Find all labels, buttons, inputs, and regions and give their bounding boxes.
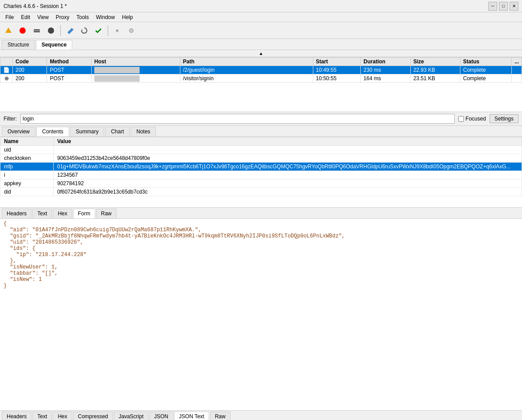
compose-button[interactable] <box>63 24 77 37</box>
menu-window[interactable]: Window <box>93 13 119 21</box>
menu-tools[interactable]: Tools <box>73 13 93 21</box>
row-path: /2/guest/login <box>180 66 313 74</box>
row-method: POST <box>47 74 91 83</box>
focused-checkbox[interactable] <box>458 116 464 122</box>
svg-marker-0 <box>5 27 12 33</box>
response-tab-hex[interactable]: Hex <box>53 209 72 218</box>
col-host[interactable]: Host <box>91 58 180 66</box>
clear-button[interactable] <box>44 24 58 37</box>
content-value: 0f607264fc6318a92b9e13c65db7cd3c <box>54 188 522 196</box>
col-more: ... <box>511 58 522 66</box>
record-button[interactable] <box>16 24 29 37</box>
col-status[interactable]: Status <box>460 58 512 66</box>
col-path[interactable]: Path <box>180 58 313 66</box>
response-tab-form[interactable]: Form <box>73 209 95 218</box>
response-tab-text[interactable]: Text <box>32 209 52 218</box>
footer-tab-javascript[interactable]: JavaScript <box>114 412 148 420</box>
col-value-header: Value <box>54 137 522 146</box>
focused-label[interactable]: Focused <box>458 116 486 122</box>
request-table: Code Method Host Path Start Duration Siz… <box>0 57 522 83</box>
settings-button[interactable]: Settings <box>490 114 518 123</box>
list-item[interactable]: checktoken 9063459ed31253b42ce5648d47809… <box>0 154 522 163</box>
row-more <box>511 66 522 74</box>
list-item[interactable]: uid <box>0 146 522 154</box>
app-title: Charles 4.6.6 - Session 1 * <box>4 3 67 9</box>
content-value: 1234567 <box>54 171 522 179</box>
footer-tab-json[interactable]: JSON <box>149 412 173 420</box>
tab-summary[interactable]: Summary <box>70 127 104 136</box>
row-code: 200 <box>13 66 47 74</box>
window-controls: ─ □ ✕ <box>488 2 518 11</box>
footer-tab-text[interactable]: Text <box>32 412 52 420</box>
response-tabs: Headers Text Hex Form Raw <box>0 208 522 219</box>
separator-1 <box>60 25 61 36</box>
tab-contents[interactable]: Contents <box>36 127 69 136</box>
col-duration[interactable]: Duration <box>361 58 410 66</box>
list-item[interactable]: i 1234567 <box>0 171 522 179</box>
tab-chart[interactable]: Chart <box>105 127 129 136</box>
tab-sequence[interactable]: Sequence <box>36 40 73 50</box>
refresh-button[interactable] <box>78 24 91 37</box>
content-value <box>54 146 522 154</box>
settings-star-button[interactable]: ✶ <box>111 24 124 37</box>
table-row[interactable]: ⊕200POST████████████/visitor/signin10:50… <box>0 74 522 83</box>
content-name: did <box>0 188 54 196</box>
content-name: checktoken <box>0 154 54 163</box>
list-item[interactable]: appkey 902784192 <box>0 179 522 188</box>
row-host: ████████████ <box>91 74 180 83</box>
list-item[interactable]: did 0f607264fc6318a92b9e13c65db7cd3c <box>0 188 522 196</box>
svg-marker-5 <box>82 29 83 31</box>
row-icon: 📄 <box>0 66 13 74</box>
row-status: Complete <box>460 66 512 74</box>
row-icon: ⊕ <box>0 74 13 83</box>
menu-view[interactable]: View <box>34 13 52 21</box>
row-more <box>511 74 522 83</box>
minimize-button[interactable]: ─ <box>488 2 497 11</box>
content-tabs: Overview Contents Summary Chart Notes <box>0 126 522 137</box>
close-button[interactable]: ✕ <box>510 2 518 11</box>
tab-notes[interactable]: Notes <box>131 127 156 136</box>
col-method[interactable]: Method <box>47 58 91 66</box>
menu-edit[interactable]: Edit <box>17 13 34 21</box>
maximize-button[interactable]: □ <box>499 2 508 11</box>
footer-tab-hex[interactable]: Hex <box>53 412 72 420</box>
tab-overview[interactable]: Overview <box>2 127 35 136</box>
tab-structure[interactable]: Structure <box>2 40 35 50</box>
menu-file[interactable]: File <box>2 13 17 21</box>
enable-button[interactable] <box>92 24 105 37</box>
footer-tab-headers[interactable]: Headers <box>2 412 31 420</box>
content-name: i <box>0 171 54 179</box>
col-start[interactable]: Start <box>313 58 361 66</box>
menu-help[interactable]: Help <box>118 13 136 21</box>
svg-point-1 <box>19 27 26 34</box>
table-row[interactable]: 📄200POST████████████/2/guest/login10:49:… <box>0 66 522 74</box>
nav-tabs: Structure Sequence <box>0 39 522 50</box>
row-path: /visitor/signin <box>180 74 313 83</box>
svg-text:✶: ✶ <box>115 27 120 34</box>
footer-tab-compressed[interactable]: Compressed <box>73 412 113 420</box>
throttle-button[interactable] <box>30 24 43 37</box>
collapse-arrow[interactable]: ▲ <box>0 50 522 57</box>
content-value: 01g+MfDVBukwb7mxzXAnsEbou6zsoqJ9k+zgrtpm… <box>54 163 522 171</box>
response-tab-headers[interactable]: Headers <box>2 209 31 218</box>
row-duration: 164 ms <box>361 74 410 83</box>
contents-area: Name Value uid checktoken 9063459ed31253… <box>0 137 522 208</box>
footer-tab-raw[interactable]: Raw <box>210 412 230 420</box>
separator-2 <box>108 25 108 36</box>
menu-proxy[interactable]: Proxy <box>52 13 73 21</box>
list-item[interactable]: mfp 01g+MfDVBukwb7mxzXAnsEbou6zsoqJ9k+zg… <box>0 163 522 171</box>
contents-tbody: uid checktoken 9063459ed31253b42ce5648d4… <box>0 146 522 196</box>
preferences-button[interactable]: ⚙ <box>125 24 138 37</box>
response-body[interactable]: { "aid": "01A47fJnPDzn089Cwh6cuig7DqUUw2… <box>0 219 522 410</box>
content-name: appkey <box>0 179 54 188</box>
col-code[interactable]: Code <box>13 58 47 66</box>
row-code: 200 <box>13 74 47 83</box>
footer-tabs: Headers Text Hex Compressed JavaScript J… <box>0 410 522 420</box>
footer-tab-json-text[interactable]: JSON Text <box>174 412 209 420</box>
browse-button[interactable] <box>2 24 15 37</box>
response-tab-raw[interactable]: Raw <box>96 209 117 218</box>
col-size[interactable]: Size <box>410 58 460 66</box>
filter-bar: Filter: Focused Settings <box>0 112 522 126</box>
filter-input[interactable] <box>20 114 455 124</box>
contents-table: Name Value uid checktoken 9063459ed31253… <box>0 137 522 196</box>
